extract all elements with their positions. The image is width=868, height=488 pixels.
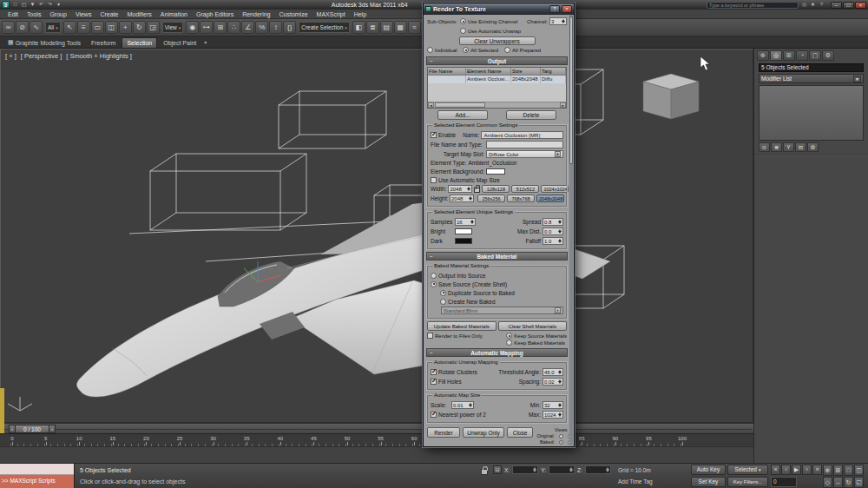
previous-frame-button[interactable]: ‹ xyxy=(781,465,791,475)
percent-snap-icon[interactable]: % xyxy=(255,21,268,34)
next-frame-arrow[interactable]: › xyxy=(49,425,56,433)
individual-radio[interactable] xyxy=(427,47,433,53)
previous-frame-arrow[interactable]: ‹ xyxy=(9,425,16,433)
output-table-body[interactable]: Ambient Occlusi...2048x2048Diffu xyxy=(428,76,566,102)
baked-material-dropdown[interactable]: Standard:Blinn▾ xyxy=(441,307,563,314)
menu-customize[interactable]: Customize xyxy=(274,11,312,17)
output-column-size[interactable]: Size xyxy=(511,68,541,75)
tab-utilities[interactable]: ⚙ xyxy=(822,50,834,61)
output-rollout-header[interactable]: −Output xyxy=(426,56,568,65)
nearest-power-of-2-checkbox[interactable] xyxy=(431,412,437,418)
ribbon-tab-selection[interactable]: Selection xyxy=(122,37,157,48)
viewport-scene[interactable] xyxy=(1,49,753,422)
menu-edit[interactable]: Edit xyxy=(3,11,23,17)
rotate-clusters-checkbox[interactable] xyxy=(431,369,437,375)
make-unique-icon[interactable]: Y xyxy=(783,142,794,152)
macro-recorder-pane[interactable] xyxy=(0,464,74,475)
output-table[interactable]: File NameElement NameSizeTarg Ambient Oc… xyxy=(427,67,567,109)
time-slider-handle[interactable]: ‹ 0 / 100 › xyxy=(9,425,56,433)
menu-tools[interactable]: Tools xyxy=(23,11,45,17)
max-spinner[interactable]: 1024 xyxy=(542,411,563,419)
search-icon[interactable]: ◎ xyxy=(800,1,808,9)
menu-help[interactable]: Help xyxy=(350,11,371,17)
z-coordinate-field[interactable] xyxy=(585,465,611,474)
keep-baked-materials-radio[interactable] xyxy=(506,340,512,346)
use-pivot-point-center-icon[interactable]: ◉ xyxy=(186,21,199,34)
use-automatic-map-size-checkbox[interactable] xyxy=(431,177,437,183)
dialog-close-button[interactable]: × xyxy=(562,5,572,13)
render-button[interactable]: Render xyxy=(427,427,460,438)
output-table-hscrollbar[interactable]: ◂▸ xyxy=(428,102,566,108)
favorites-star-icon[interactable]: ★ xyxy=(809,1,817,9)
lock-selection-icon[interactable] xyxy=(481,469,488,475)
output-into-source-radio[interactable] xyxy=(431,273,437,279)
falloff-spinner[interactable]: 1.0 xyxy=(542,237,563,245)
key-filters-button[interactable]: Key Filters... xyxy=(727,477,768,487)
size-128-button[interactable]: 128x128 xyxy=(482,185,510,193)
maximize-button[interactable]: □ xyxy=(843,2,854,9)
bright-swatch[interactable] xyxy=(455,228,472,234)
curve-editor-icon[interactable]: ≈ xyxy=(408,21,421,34)
select-and-scale-icon[interactable]: ◲ xyxy=(147,21,160,34)
zoom-icon[interactable]: ⊕ xyxy=(823,465,832,476)
scroll-left-icon[interactable]: ◂ xyxy=(428,102,434,108)
use-existing-channel-radio[interactable] xyxy=(460,18,466,24)
fill-holes-checkbox[interactable] xyxy=(431,379,437,385)
orbit-icon[interactable]: ↻ xyxy=(844,477,853,488)
minimize-button[interactable]: – xyxy=(831,2,842,9)
size-2048-button[interactable]: 2048x2048 xyxy=(536,195,564,202)
viewport-menu-general[interactable]: [ + ] xyxy=(5,52,16,60)
modifier-list-dropdown[interactable]: Modifier List▼ xyxy=(759,74,864,83)
output-column-element-name[interactable]: Element Name xyxy=(466,68,511,75)
time-slider[interactable]: ‹ 0 / 100 › xyxy=(0,423,753,433)
dialog-scrollbar-thumb[interactable] xyxy=(569,16,573,164)
add-time-tag[interactable]: Add Time Tag xyxy=(618,478,653,485)
select-and-rotate-icon[interactable]: ↻ xyxy=(133,21,146,34)
configure-modifier-sets-icon[interactable]: ⚙ xyxy=(807,142,819,152)
size-1024-button[interactable]: 1024x1024 xyxy=(541,185,569,193)
zoom-all-icon[interactable]: ⊞ xyxy=(833,465,843,476)
edit-named-selection-sets-icon[interactable]: {} xyxy=(283,21,296,34)
clear-shell-materials-button[interactable]: Clear Shell Materials xyxy=(498,321,568,331)
go-to-end-button[interactable]: » xyxy=(812,465,822,475)
menu-animation[interactable]: Animation xyxy=(156,11,192,17)
dialog-title-bar[interactable]: Render To Texture ? × xyxy=(424,3,574,15)
open-file-icon[interactable]: ◰ xyxy=(20,1,28,9)
current-frame-field[interactable]: 0 xyxy=(771,477,797,487)
dialog-help-button[interactable]: ? xyxy=(549,5,560,13)
bind-to-space-warp-icon[interactable]: ∿ xyxy=(30,21,43,34)
baked-material-rollout-header[interactable]: −Baked Material xyxy=(426,252,568,260)
play-button[interactable]: ▶ xyxy=(792,465,801,475)
redo-icon[interactable]: ↷ xyxy=(46,1,54,9)
duplicate-source-radio[interactable] xyxy=(440,290,446,296)
select-and-move-icon[interactable]: + xyxy=(119,21,132,34)
go-to-start-button[interactable]: « xyxy=(771,465,780,475)
update-baked-materials-button[interactable]: Update Baked Materials xyxy=(427,321,496,331)
spinner-snap-icon[interactable]: ↕ xyxy=(269,21,282,34)
infocenter-search-input[interactable] xyxy=(707,2,799,9)
all-selected-radio[interactable] xyxy=(463,47,469,53)
keyboard-shortcut-override-icon[interactable]: ⊞ xyxy=(214,21,227,34)
target-map-slot-dropdown[interactable]: Diffuse Color▾ xyxy=(486,150,563,158)
key-mode-dropdown[interactable]: Selected▾ xyxy=(727,465,768,475)
y-coordinate-field[interactable] xyxy=(549,465,575,474)
absolute-mode-icon[interactable]: ⊡ xyxy=(493,465,502,474)
named-selection-dropdown[interactable]: Create Selection▾ xyxy=(299,22,350,33)
create-new-baked-radio[interactable] xyxy=(440,299,446,305)
viewcube[interactable] xyxy=(643,74,699,119)
file-name-field[interactable] xyxy=(486,141,563,148)
views-baked-radio[interactable] xyxy=(559,440,563,445)
channel-spinner[interactable]: 3 xyxy=(549,17,567,25)
menu-group[interactable]: Group xyxy=(45,11,70,17)
dialog-close-action-button[interactable]: Close xyxy=(507,427,533,438)
scroll-thumb[interactable] xyxy=(435,102,485,108)
max-dist-spinner[interactable]: 0.0 xyxy=(542,228,563,235)
qat-options-icon[interactable]: ▾ xyxy=(55,1,62,9)
spacing-spinner[interactable]: 0.02 xyxy=(542,378,563,386)
next-frame-button[interactable]: › xyxy=(802,465,812,475)
viewport[interactable]: [ + ] [ Perspective ] [ Smooth + Highlig… xyxy=(0,49,753,423)
select-and-manipulate-icon[interactable]: ⊶ xyxy=(200,21,213,34)
application-button[interactable]: 3 xyxy=(2,1,10,9)
tab-modify[interactable]: ◎ xyxy=(770,50,782,61)
tab-create[interactable]: ⊕ xyxy=(757,50,769,61)
